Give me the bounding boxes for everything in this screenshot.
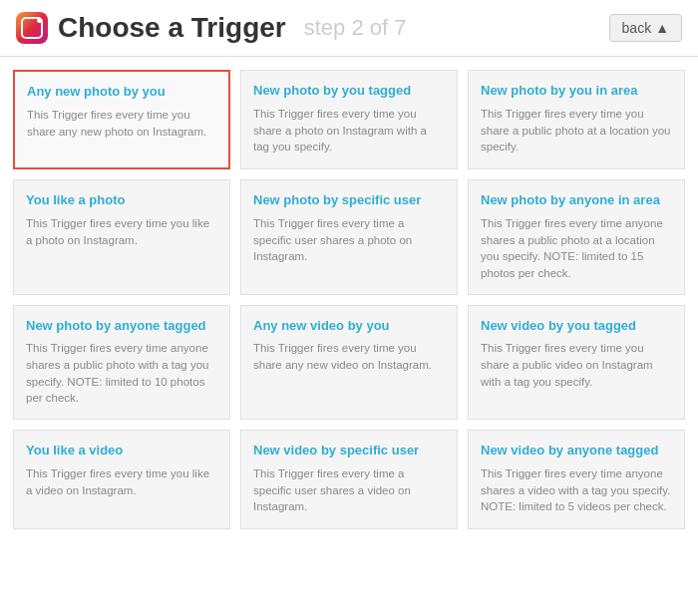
trigger-card-new-photo-by-you-in-area[interactable]: New photo by you in areaThis Trigger fir…	[468, 70, 685, 169]
trigger-description: This Trigger fires every time you share …	[253, 340, 445, 373]
trigger-card-new-photo-by-you-tagged[interactable]: New photo by you taggedThis Trigger fire…	[240, 70, 458, 169]
trigger-card-you-like-a-photo[interactable]: You like a photoThis Trigger fires every…	[13, 179, 230, 295]
trigger-title: You like a photo	[26, 192, 217, 209]
back-label: back	[622, 20, 652, 36]
trigger-card-new-photo-by-anyone-tagged[interactable]: New photo by anyone taggedThis Trigger f…	[13, 305, 230, 421]
page-title: Choose a Trigger	[58, 12, 286, 44]
trigger-description: This Trigger fires every time you share …	[481, 340, 672, 390]
instagram-icon	[16, 12, 48, 44]
trigger-title: New video by anyone tagged	[481, 443, 672, 460]
trigger-card-any-new-photo-by-you[interactable]: Any new photo by youThis Trigger fires e…	[13, 70, 230, 169]
trigger-description: This Trigger fires every time you like a…	[26, 465, 217, 498]
trigger-description: This Trigger fires every time you share …	[27, 107, 216, 140]
trigger-card-you-like-a-video[interactable]: You like a videoThis Trigger fires every…	[13, 430, 230, 529]
trigger-grid: Any new photo by youThis Trigger fires e…	[0, 57, 698, 542]
trigger-description: This Trigger fires every time anyone sha…	[26, 340, 217, 407]
trigger-description: This Trigger fires every time anyone sha…	[481, 215, 672, 282]
trigger-title: New photo by specific user	[253, 192, 445, 209]
trigger-description: This Trigger fires every time you share …	[253, 106, 445, 155]
trigger-description: This Trigger fires every time anyone sha…	[481, 465, 672, 515]
trigger-card-new-photo-by-specific-user[interactable]: New photo by specific userThis Trigger f…	[240, 179, 458, 295]
trigger-description: This Trigger fires every time a specific…	[253, 465, 445, 515]
back-arrow-icon: ▲	[655, 20, 669, 36]
trigger-title: New photo by anyone in area	[481, 192, 672, 209]
trigger-title: New photo by you in area	[481, 83, 672, 100]
trigger-title: You like a video	[26, 443, 217, 460]
step-indicator: step 2 of 7	[304, 15, 609, 41]
trigger-description: This Trigger fires every time a specific…	[253, 215, 445, 265]
trigger-description: This Trigger fires every time you share …	[481, 106, 672, 155]
trigger-description: This Trigger fires every time you like a…	[26, 215, 217, 248]
trigger-title: Any new video by you	[253, 318, 445, 335]
trigger-title: New photo by you tagged	[253, 83, 445, 100]
trigger-card-any-new-video-by-you[interactable]: Any new video by youThis Trigger fires e…	[240, 305, 458, 421]
back-button[interactable]: back ▲	[609, 14, 682, 42]
page-header: Choose a Trigger step 2 of 7 back ▲	[0, 0, 698, 57]
trigger-title: Any new photo by you	[27, 84, 216, 101]
trigger-card-new-video-by-anyone-tagged[interactable]: New video by anyone taggedThis Trigger f…	[468, 430, 685, 529]
trigger-title: New video by you tagged	[481, 318, 672, 335]
trigger-card-new-video-by-you-tagged[interactable]: New video by you taggedThis Trigger fire…	[468, 305, 685, 421]
trigger-card-new-video-by-specific-user[interactable]: New video by specific userThis Trigger f…	[240, 430, 458, 529]
trigger-title: New video by specific user	[253, 443, 445, 460]
trigger-title: New photo by anyone tagged	[26, 318, 217, 335]
trigger-card-new-photo-by-anyone-in-area[interactable]: New photo by anyone in areaThis Trigger …	[468, 179, 685, 295]
